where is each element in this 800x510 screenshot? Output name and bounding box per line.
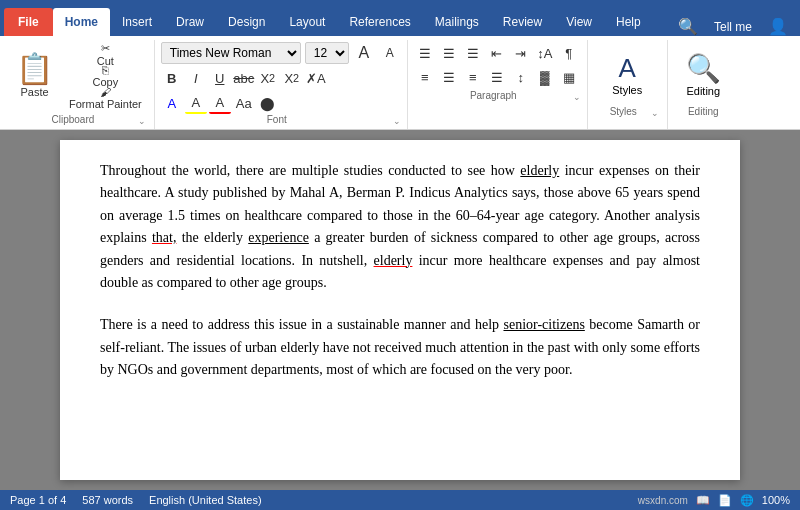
clipboard-expand-icon[interactable]: ⌄ (138, 116, 146, 126)
editing-group-label: Editing (676, 106, 731, 119)
document-page: Throughout the world, there are multiple… (60, 140, 740, 480)
clipboard-content: 📋 Paste ✂ Cut ⎘ Copy 🖌 Format Painter (8, 42, 146, 114)
paste-button[interactable]: 📋 Paste (8, 42, 61, 106)
cut-button[interactable]: ✂ Cut (65, 44, 146, 64)
paragraph-list-row: ☰ ☰ ☰ ⇤ ⇥ ↕A ¶ (414, 42, 581, 64)
tab-references[interactable]: References (337, 8, 422, 36)
sort-button[interactable]: ↕A (534, 42, 556, 64)
tab-mailings[interactable]: Mailings (423, 8, 491, 36)
search-ribbon-icon[interactable]: 🔍 (674, 17, 702, 36)
language: English (United States) (149, 494, 262, 506)
paragraph-2: There is a need to address this issue in… (100, 314, 700, 381)
ribbon: 📋 Paste ✂ Cut ⎘ Copy 🖌 Format Painter Cl… (0, 36, 800, 130)
tab-home[interactable]: Home (53, 8, 110, 36)
copy-button[interactable]: ⎘ Copy (65, 66, 146, 86)
word-elderly-1: elderly (520, 163, 559, 178)
font-color-button[interactable]: A (185, 92, 207, 114)
increase-indent-button[interactable]: ⇥ (510, 42, 532, 64)
page-info: Page 1 of 4 (10, 494, 66, 506)
clipboard-group-label: Clipboard (8, 114, 138, 127)
font-color-red-button[interactable]: A (209, 92, 231, 114)
font-size-select[interactable]: 12 (305, 42, 349, 64)
word-experience: experience (248, 230, 309, 245)
view-web-icon[interactable]: 🌐 (740, 494, 754, 507)
tab-design[interactable]: Design (216, 8, 277, 36)
italic-button[interactable]: I (185, 67, 207, 89)
clipboard-group: 📋 Paste ✂ Cut ⎘ Copy 🖌 Format Painter Cl… (4, 40, 155, 129)
font-name-select[interactable]: Times New Roman (161, 42, 301, 64)
subscript-button[interactable]: X2 (257, 67, 279, 89)
char-spacing-button[interactable]: ⬤ (257, 92, 279, 114)
align-left-button[interactable]: ≡ (414, 66, 436, 88)
right-ribbon-area: 🔍 Tell me 👤 (674, 17, 800, 36)
align-center-button[interactable]: ☰ (438, 66, 460, 88)
paragraph-group: ☰ ☰ ☰ ⇤ ⇥ ↕A ¶ ≡ ☰ ≡ ☰ ↕ ▓ ▦ Paragraph ⌄ (408, 40, 588, 129)
styles-expand-icon[interactable]: ⌄ (651, 108, 659, 118)
font-format-row: B I U abc X2 X2 ✗A (161, 67, 401, 89)
tab-review[interactable]: Review (491, 8, 554, 36)
borders-button[interactable]: ▦ (558, 66, 580, 88)
watermark: wsxdn.com (638, 495, 688, 506)
multilevel-button[interactable]: ☰ (462, 42, 484, 64)
zoom-level[interactable]: 100% (762, 494, 790, 506)
word-count: 587 words (82, 494, 133, 506)
document-area: Throughout the world, there are multiple… (0, 130, 800, 490)
bold-button[interactable]: B (161, 67, 183, 89)
bullets-button[interactable]: ☰ (414, 42, 436, 64)
ribbon-tabs: File Home Insert Draw Design Layout Refe… (0, 0, 800, 36)
tell-me-label[interactable]: Tell me (710, 20, 756, 34)
word-senior-citizens: senior-citizens (503, 317, 584, 332)
font-color-row: A A A Aa ⬤ (161, 92, 401, 114)
tab-view[interactable]: View (554, 8, 604, 36)
view-print-icon[interactable]: 📄 (718, 494, 732, 507)
paragraph-expand-icon[interactable]: ⌄ (573, 92, 581, 102)
line-spacing-button[interactable]: ↕ (510, 66, 532, 88)
strikethrough-button[interactable]: abc (233, 67, 255, 89)
paragraph-group-label: Paragraph (414, 90, 573, 103)
word-that: that, (152, 230, 177, 245)
format-painter-button[interactable]: 🖌 Format Painter (65, 88, 146, 108)
case-button[interactable]: Aa (233, 92, 255, 114)
editing-label: Editing (686, 85, 720, 97)
styles-button[interactable]: A Styles (602, 42, 652, 106)
shrink-font-button[interactable]: A (379, 42, 401, 64)
show-marks-button[interactable]: ¶ (558, 42, 580, 64)
styles-group: A Styles Styles ⌄ (588, 40, 668, 129)
text-highlight-button[interactable]: A (161, 92, 183, 114)
paragraph-align-row: ≡ ☰ ≡ ☰ ↕ ▓ ▦ (414, 66, 581, 88)
editing-button[interactable]: 🔍 Editing (676, 42, 731, 106)
paste-icon: 📋 (16, 51, 53, 86)
paragraph-1: Throughout the world, there are multiple… (100, 160, 700, 294)
editing-group: 🔍 Editing Editing (668, 40, 739, 129)
clipboard-small-buttons: ✂ Cut ⎘ Copy 🖌 Format Painter (65, 42, 146, 108)
status-bar: Page 1 of 4 587 words English (United St… (0, 490, 800, 510)
word-elderly-2: elderly (374, 253, 413, 268)
user-account-icon[interactable]: 👤 (764, 17, 792, 36)
align-right-button[interactable]: ≡ (462, 66, 484, 88)
numbering-button[interactable]: ☰ (438, 42, 460, 64)
decrease-indent-button[interactable]: ⇤ (486, 42, 508, 64)
grow-font-button[interactable]: A (353, 42, 375, 64)
editing-icon: 🔍 (686, 52, 721, 85)
superscript-button[interactable]: X2 (281, 67, 303, 89)
tab-help[interactable]: Help (604, 8, 653, 36)
font-name-row: Times New Roman 12 A A (161, 42, 401, 64)
status-right: wsxdn.com 📖 📄 🌐 100% (638, 494, 790, 507)
underline-button[interactable]: U (209, 67, 231, 89)
shading-button[interactable]: ▓ (534, 66, 556, 88)
font-expand-icon[interactable]: ⌄ (393, 116, 401, 126)
font-group: Times New Roman 12 A A B I U abc X2 X2 ✗… (155, 40, 408, 129)
view-read-icon[interactable]: 📖 (696, 494, 710, 507)
tab-file[interactable]: File (4, 8, 53, 36)
styles-group-label: Styles (596, 106, 651, 119)
tab-insert[interactable]: Insert (110, 8, 164, 36)
font-group-label: Font (161, 114, 393, 127)
justify-button[interactable]: ☰ (486, 66, 508, 88)
paste-label: Paste (20, 86, 48, 98)
tab-draw[interactable]: Draw (164, 8, 216, 36)
tab-layout[interactable]: Layout (277, 8, 337, 36)
clear-format-button[interactable]: ✗A (305, 67, 327, 89)
